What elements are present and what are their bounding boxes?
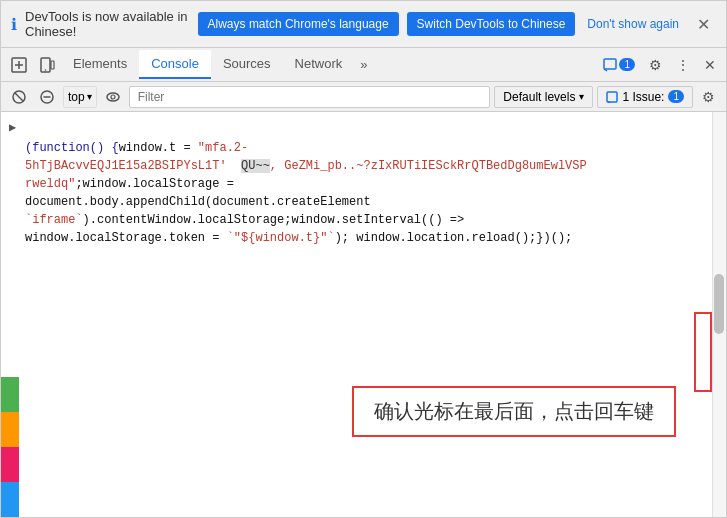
code-string-4: rweldq" [25,177,75,191]
svg-point-12 [107,93,119,101]
console-messages-icon[interactable]: 1 [597,54,641,76]
notification-text: DevTools is now available in Chinese! [25,9,190,39]
sidebar-pink [1,447,19,482]
tooltip-text: 确认光标在最后面，点击回车键 [374,400,654,422]
tab-bar: Elements Console Sources Network » 1 ⚙ ⋮… [1,48,726,82]
svg-rect-4 [51,61,54,69]
red-outline-box [694,312,712,392]
inspect-element-button[interactable] [5,53,33,77]
eye-icon [106,90,120,104]
svg-point-13 [111,95,115,99]
chevron-down-icon: ▾ [87,91,92,102]
tab-network[interactable]: Network [283,50,355,79]
code-string-3: , GeZMi_pb..~?zIxRUTiIESckRrQTBedDg8umEw… [270,159,587,173]
code-string-2: 5hTjBAcvvEQJ1E15a2BSIPYsL1T' [25,159,241,173]
svg-rect-14 [607,92,617,102]
issue-label: 1 Issue: [622,90,664,104]
preserve-log-button[interactable] [35,87,59,107]
prompt-arrow: ▶ [9,120,16,135]
notification-bar: ℹ DevTools is now available in Chinese! … [1,1,726,48]
tab-right-icons: 1 ⚙ ⋮ ✕ [597,53,722,77]
devtools-window: ℹ DevTools is now available in Chinese! … [0,0,727,518]
console-settings-button[interactable]: ⚙ [697,86,720,108]
settings-button[interactable]: ⚙ [643,53,668,77]
tab-sources[interactable]: Sources [211,50,283,79]
clear-icon [12,90,26,104]
scrollbar-area[interactable] [712,112,726,517]
code-reload: ); window.location.reload();})(); [335,231,573,245]
notification-close-button[interactable]: ✕ [691,13,716,36]
code-string-1: "mfa.2- [198,141,248,155]
code-content-window: ).contentWindow.localStorage;window.setI… [83,213,465,227]
tab-console[interactable]: Console [139,50,211,79]
close-devtools-button[interactable]: ✕ [698,53,722,77]
always-match-language-button[interactable]: Always match Chrome's language [198,12,399,36]
top-context-selector[interactable]: top ▾ [63,86,97,108]
default-levels-label: Default levels [503,90,575,104]
code-template: `"${window.t}"` [227,231,335,245]
more-options-button[interactable]: ⋮ [670,53,696,77]
issue-icon [606,91,618,103]
more-tabs-button[interactable]: » [354,53,373,76]
code-append-child: document.body.appendChild(document.creat… [25,195,371,209]
console-badge: 1 [619,58,635,71]
code-function: (function() { [25,141,119,155]
filter-input[interactable] [129,86,491,108]
clear-console-button[interactable] [7,87,31,107]
levels-chevron-icon: ▾ [579,91,584,102]
device-icon [39,57,55,73]
console-code-block: (function() {window.t = "mfa.2- 5hTjBAcv… [1,137,726,249]
issue-counter[interactable]: 1 Issue: 1 [597,86,693,108]
console-toolbar: top ▾ Default levels ▾ 1 Issue: 1 ⚙ [1,82,726,112]
switch-to-chinese-button[interactable]: Switch DevTools to Chinese [407,12,576,36]
dont-show-again-button[interactable]: Don't show again [583,12,683,36]
svg-rect-6 [604,59,616,69]
code-window-t: window.t = [119,141,198,155]
scrollbar-thumb[interactable] [714,274,724,334]
device-toolbar-button[interactable] [33,53,61,77]
sidebar-blue [1,482,19,517]
default-levels-selector[interactable]: Default levels ▾ [494,86,593,108]
top-label: top [68,90,85,104]
cursor-icon [11,57,27,73]
info-icon: ℹ [11,15,17,34]
no-entry-icon [40,90,54,104]
left-sidebar [1,377,19,517]
issue-count-badge: 1 [668,90,684,103]
code-iframe: `iframe` [25,213,83,227]
svg-point-5 [45,69,47,71]
show-network-messages-button[interactable] [101,87,125,107]
chat-icon [603,58,617,72]
tooltip-box: 确认光标在最后面，点击回车键 [352,386,676,437]
tab-elements[interactable]: Elements [61,50,139,79]
console-content: ▶ (function() {window.t = "mfa.2- 5hTjBA… [1,112,726,249]
console-main: ▶ (function() {window.t = "mfa.2- 5hTjBA… [1,112,726,517]
svg-line-9 [15,93,23,101]
code-token: window.localStorage.token = [25,231,227,245]
sidebar-green [1,377,19,412]
code-window-ls: ;window.localStorage = [75,177,233,191]
sidebar-orange [1,412,19,447]
code-redacted: QU~~ [241,159,270,173]
console-prompt-arrow: ▶ [1,118,726,137]
